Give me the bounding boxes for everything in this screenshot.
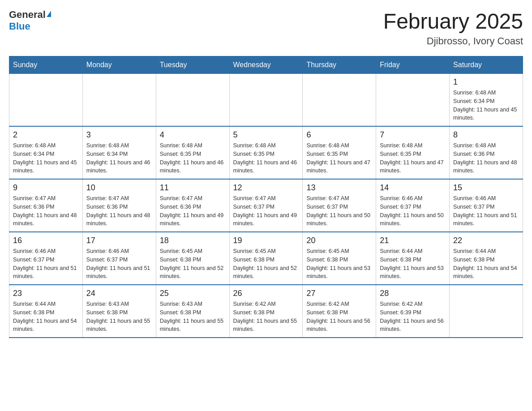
calendar-cell: 5Sunrise: 6:48 AM Sunset: 6:35 PM Daylig… — [229, 126, 303, 179]
calendar-week-row: 9Sunrise: 6:47 AM Sunset: 6:36 PM Daylig… — [9, 179, 523, 232]
day-of-week-header: Tuesday — [156, 56, 229, 74]
logo-general-word: General — [9, 9, 46, 21]
calendar-week-row: 16Sunrise: 6:46 AM Sunset: 6:37 PM Dayli… — [9, 232, 523, 285]
day-number: 16 — [13, 236, 79, 245]
location-label: Djibrosso, Ivory Coast — [383, 35, 523, 47]
day-number: 15 — [453, 183, 519, 193]
day-info: Sunrise: 6:45 AM Sunset: 6:38 PM Dayligh… — [233, 247, 299, 281]
day-of-week-header: Wednesday — [229, 56, 303, 74]
calendar-week-row: 2Sunrise: 6:48 AM Sunset: 6:34 PM Daylig… — [9, 126, 523, 179]
day-number: 18 — [160, 236, 226, 245]
calendar-cell: 9Sunrise: 6:47 AM Sunset: 6:36 PM Daylig… — [9, 179, 83, 232]
day-info: Sunrise: 6:44 AM Sunset: 6:38 PM Dayligh… — [453, 247, 519, 281]
day-info: Sunrise: 6:47 AM Sunset: 6:37 PM Dayligh… — [306, 194, 372, 228]
day-info: Sunrise: 6:43 AM Sunset: 6:38 PM Dayligh… — [160, 300, 226, 334]
page-header: General Blue February 2025 Djibrosso, Iv… — [9, 9, 523, 47]
title-section: February 2025 Djibrosso, Ivory Coast — [383, 9, 523, 47]
day-number: 1 — [453, 77, 519, 87]
day-number: 24 — [86, 289, 152, 298]
day-number: 9 — [13, 183, 79, 193]
day-info: Sunrise: 6:48 AM Sunset: 6:35 PM Dayligh… — [160, 141, 226, 175]
day-of-week-header: Saturday — [450, 56, 523, 74]
day-info: Sunrise: 6:48 AM Sunset: 6:35 PM Dayligh… — [380, 141, 446, 175]
logo-blue-text: Blue — [9, 21, 30, 32]
calendar-cell — [303, 74, 376, 127]
calendar-cell — [82, 74, 156, 127]
day-number: 19 — [233, 236, 299, 245]
day-number: 11 — [160, 183, 226, 193]
calendar-cell: 21Sunrise: 6:44 AM Sunset: 6:38 PM Dayli… — [376, 232, 450, 285]
day-number: 6 — [306, 130, 372, 140]
day-info: Sunrise: 6:45 AM Sunset: 6:38 PM Dayligh… — [160, 247, 226, 281]
calendar-cell: 3Sunrise: 6:48 AM Sunset: 6:34 PM Daylig… — [82, 126, 156, 179]
day-number: 5 — [233, 130, 299, 140]
calendar-cell: 8Sunrise: 6:48 AM Sunset: 6:36 PM Daylig… — [450, 126, 523, 179]
calendar-cell: 6Sunrise: 6:48 AM Sunset: 6:35 PM Daylig… — [303, 126, 376, 179]
day-info: Sunrise: 6:48 AM Sunset: 6:36 PM Dayligh… — [453, 141, 519, 175]
calendar-cell: 10Sunrise: 6:47 AM Sunset: 6:36 PM Dayli… — [82, 179, 156, 232]
calendar-header-row: SundayMondayTuesdayWednesdayThursdayFrid… — [9, 56, 523, 74]
day-info: Sunrise: 6:44 AM Sunset: 6:38 PM Dayligh… — [380, 247, 446, 281]
day-info: Sunrise: 6:48 AM Sunset: 6:35 PM Dayligh… — [233, 141, 299, 175]
day-number: 14 — [380, 183, 446, 193]
calendar-cell: 25Sunrise: 6:43 AM Sunset: 6:38 PM Dayli… — [156, 285, 229, 338]
calendar-cell: 14Sunrise: 6:46 AM Sunset: 6:37 PM Dayli… — [376, 179, 450, 232]
day-info: Sunrise: 6:45 AM Sunset: 6:38 PM Dayligh… — [306, 247, 372, 281]
day-info: Sunrise: 6:44 AM Sunset: 6:38 PM Dayligh… — [13, 300, 79, 334]
calendar-cell: 18Sunrise: 6:45 AM Sunset: 6:38 PM Dayli… — [156, 232, 229, 285]
day-number: 10 — [86, 183, 152, 193]
calendar-cell: 19Sunrise: 6:45 AM Sunset: 6:38 PM Dayli… — [229, 232, 303, 285]
calendar-cell: 15Sunrise: 6:46 AM Sunset: 6:37 PM Dayli… — [450, 179, 523, 232]
logo-general-text: General — [9, 9, 51, 21]
calendar-cell: 2Sunrise: 6:48 AM Sunset: 6:34 PM Daylig… — [9, 126, 83, 179]
calendar-cell — [9, 74, 83, 127]
calendar-cell: 17Sunrise: 6:46 AM Sunset: 6:37 PM Dayli… — [82, 232, 156, 285]
day-info: Sunrise: 6:42 AM Sunset: 6:38 PM Dayligh… — [306, 300, 372, 334]
day-number: 28 — [380, 289, 446, 298]
day-of-week-header: Friday — [376, 56, 450, 74]
logo: General Blue — [9, 9, 51, 32]
calendar-cell — [229, 74, 303, 127]
day-number: 4 — [160, 130, 226, 140]
calendar-cell: 22Sunrise: 6:44 AM Sunset: 6:38 PM Dayli… — [450, 232, 523, 285]
calendar-cell: 12Sunrise: 6:47 AM Sunset: 6:37 PM Dayli… — [229, 179, 303, 232]
day-info: Sunrise: 6:47 AM Sunset: 6:36 PM Dayligh… — [13, 194, 79, 228]
calendar-cell — [156, 74, 229, 127]
day-of-week-header: Monday — [82, 56, 156, 74]
month-title: February 2025 — [383, 9, 523, 34]
day-number: 20 — [306, 236, 372, 245]
day-info: Sunrise: 6:47 AM Sunset: 6:37 PM Dayligh… — [233, 194, 299, 228]
day-info: Sunrise: 6:46 AM Sunset: 6:37 PM Dayligh… — [380, 194, 446, 228]
day-info: Sunrise: 6:48 AM Sunset: 6:34 PM Dayligh… — [13, 141, 79, 175]
day-number: 3 — [86, 130, 152, 140]
calendar-cell: 27Sunrise: 6:42 AM Sunset: 6:38 PM Dayli… — [303, 285, 376, 338]
day-number: 23 — [13, 289, 79, 298]
day-info: Sunrise: 6:46 AM Sunset: 6:37 PM Dayligh… — [453, 194, 519, 228]
day-number: 26 — [233, 289, 299, 298]
day-info: Sunrise: 6:48 AM Sunset: 6:34 PM Dayligh… — [86, 141, 152, 175]
calendar-cell: 11Sunrise: 6:47 AM Sunset: 6:36 PM Dayli… — [156, 179, 229, 232]
calendar-cell: 23Sunrise: 6:44 AM Sunset: 6:38 PM Dayli… — [9, 285, 83, 338]
day-number: 22 — [453, 236, 519, 245]
calendar-cell: 1Sunrise: 6:48 AM Sunset: 6:34 PM Daylig… — [450, 74, 523, 127]
day-info: Sunrise: 6:42 AM Sunset: 6:39 PM Dayligh… — [380, 300, 446, 334]
day-number: 17 — [86, 236, 152, 245]
day-info: Sunrise: 6:46 AM Sunset: 6:37 PM Dayligh… — [13, 247, 79, 281]
calendar-cell: 4Sunrise: 6:48 AM Sunset: 6:35 PM Daylig… — [156, 126, 229, 179]
calendar-week-row: 23Sunrise: 6:44 AM Sunset: 6:38 PM Dayli… — [9, 285, 523, 338]
day-number: 27 — [306, 289, 372, 298]
day-number: 8 — [453, 130, 519, 140]
day-info: Sunrise: 6:47 AM Sunset: 6:36 PM Dayligh… — [160, 194, 226, 228]
calendar-cell: 24Sunrise: 6:43 AM Sunset: 6:38 PM Dayli… — [82, 285, 156, 338]
calendar-week-row: 1Sunrise: 6:48 AM Sunset: 6:34 PM Daylig… — [9, 74, 523, 127]
calendar-cell: 28Sunrise: 6:42 AM Sunset: 6:39 PM Dayli… — [376, 285, 450, 338]
day-of-week-header: Sunday — [9, 56, 83, 74]
day-info: Sunrise: 6:48 AM Sunset: 6:35 PM Dayligh… — [306, 141, 372, 175]
day-info: Sunrise: 6:42 AM Sunset: 6:38 PM Dayligh… — [233, 300, 299, 334]
day-number: 21 — [380, 236, 446, 245]
day-number: 13 — [306, 183, 372, 193]
calendar-cell — [450, 285, 523, 338]
day-of-week-header: Thursday — [303, 56, 376, 74]
day-info: Sunrise: 6:48 AM Sunset: 6:34 PM Dayligh… — [453, 89, 519, 122]
logo-triangle-icon — [47, 11, 51, 17]
